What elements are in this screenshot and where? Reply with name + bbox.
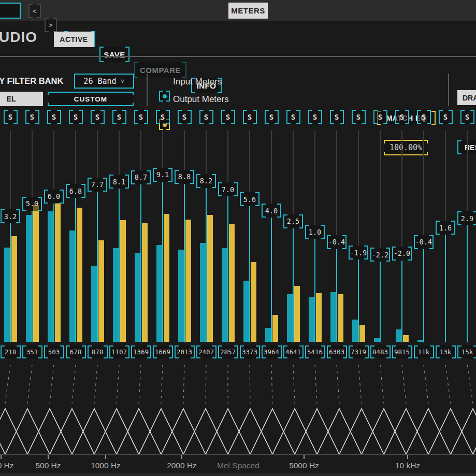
input-meter-bar xyxy=(265,328,271,342)
mel-mode-button[interactable]: EL xyxy=(0,92,43,106)
mel-filter-triangle xyxy=(295,409,339,454)
band-frequency-label[interactable]: 11k xyxy=(414,345,434,358)
preset-display[interactable] xyxy=(0,3,21,19)
band-connector-line xyxy=(5,365,10,403)
compare-button[interactable]: COMPARE xyxy=(134,62,186,78)
gain-handle[interactable]: 1.0 xyxy=(305,225,325,239)
band-frequency-label[interactable]: 503 xyxy=(44,345,64,358)
solo-button[interactable]: S xyxy=(308,110,322,124)
band-connector-line xyxy=(293,365,295,403)
band-frequency-label[interactable]: 2857 xyxy=(218,345,238,358)
solo-button[interactable]: S xyxy=(199,110,213,124)
brand-logo: UDIO xyxy=(0,29,37,46)
band-frequency-label[interactable]: 1107 xyxy=(109,345,129,358)
slider-line xyxy=(184,184,185,342)
gain-handle[interactable]: -2.0 xyxy=(392,247,412,261)
solo-button[interactable]: S xyxy=(373,110,387,124)
solo-button[interactable]: S xyxy=(91,110,105,124)
band-frequency-label[interactable]: 8483 xyxy=(370,345,391,358)
solo-button[interactable]: S xyxy=(352,110,366,124)
match-amount-field[interactable]: 100.00% xyxy=(384,140,428,155)
solo-button[interactable]: S xyxy=(134,110,148,124)
solo-button[interactable]: S xyxy=(330,110,344,124)
solo-button[interactable]: S xyxy=(112,110,126,124)
gain-handle[interactable]: 8.8 xyxy=(175,170,194,184)
band-frequency-label[interactable]: 678 xyxy=(66,345,86,358)
gain-handle[interactable]: 3.2 xyxy=(1,209,20,223)
solo-button[interactable]: S xyxy=(178,110,192,124)
solo-button[interactable]: S xyxy=(395,110,409,124)
solo-button[interactable]: S xyxy=(69,110,83,124)
band-frequency-label[interactable]: 15k xyxy=(457,345,476,358)
gain-handle[interactable]: 6.0 xyxy=(44,190,64,204)
slider-track xyxy=(162,131,163,168)
gain-handle[interactable]: 2.5 xyxy=(283,214,303,228)
slider-line xyxy=(119,189,120,342)
prev-preset-button[interactable]: < xyxy=(28,4,41,18)
band-frequency-label[interactable]: 2013 xyxy=(175,345,195,358)
input-meter-bar xyxy=(69,230,75,342)
solo-button[interactable]: S xyxy=(286,110,300,124)
band-count-select[interactable]: 26 Band ∨ xyxy=(74,74,134,89)
slider-track xyxy=(184,131,185,170)
output-meter-bar xyxy=(403,335,409,342)
gain-handle[interactable]: 8.7 xyxy=(131,170,151,184)
output-meter-bar xyxy=(272,315,278,342)
gain-handle[interactable]: 5.6 xyxy=(240,192,259,206)
band-frequency-label[interactable]: 878 xyxy=(88,345,108,358)
gain-handle[interactable]: 1.6 xyxy=(436,221,455,235)
gain-handle[interactable]: 7.7 xyxy=(88,178,107,192)
gain-handle[interactable]: 8.2 xyxy=(196,174,216,188)
solo-button[interactable]: S xyxy=(439,110,453,124)
slider-line xyxy=(271,218,272,342)
controls-divider-left xyxy=(147,74,148,106)
custom-mode-button[interactable]: CUSTOM xyxy=(48,92,134,106)
solo-button[interactable]: S xyxy=(4,110,18,124)
gain-handle[interactable]: -1.9 xyxy=(349,246,368,259)
gain-handle[interactable]: 6.8 xyxy=(66,184,85,198)
band-frequency-label[interactable]: 7319 xyxy=(349,345,369,358)
band-frequency-label[interactable]: 3373 xyxy=(240,345,260,358)
solo-button[interactable]: S xyxy=(221,110,235,124)
gain-handle[interactable]: -0.4 xyxy=(327,235,347,249)
band-frequency-label[interactable]: 6303 xyxy=(327,345,347,358)
band-frequency-label[interactable]: 1369 xyxy=(131,345,151,358)
filter-bank-title: RY FILTER BANK xyxy=(0,76,63,86)
gain-handle[interactable]: 8.1 xyxy=(109,175,129,189)
solo-button[interactable]: S xyxy=(460,110,474,124)
band-frequency-label[interactable]: 351 xyxy=(22,345,42,358)
gain-handle[interactable]: 9.1 xyxy=(153,168,172,182)
band-frequency-label[interactable]: 5416 xyxy=(305,345,325,358)
solo-button[interactable]: S xyxy=(25,110,39,124)
gain-handle[interactable]: -2.2 xyxy=(370,248,390,262)
band-frequency-label[interactable]: 13k xyxy=(436,345,456,358)
solo-button[interactable]: S xyxy=(243,110,257,124)
solo-button[interactable]: S xyxy=(265,110,279,124)
gain-handle[interactable]: 7.0 xyxy=(218,182,238,196)
solo-button[interactable]: S xyxy=(47,110,61,124)
gain-handle[interactable]: -0.4 xyxy=(414,235,434,249)
input-meter-bar xyxy=(91,266,97,342)
controls-divider-right xyxy=(448,74,449,106)
solo-button[interactable]: S xyxy=(417,110,431,124)
mel-filter-triangle xyxy=(317,409,362,454)
mel-filter-triangle xyxy=(117,409,161,454)
band-frequency-label[interactable]: 9815 xyxy=(392,345,412,358)
mel-filter-triangle xyxy=(139,409,183,454)
band-frequency-label[interactable]: 3964 xyxy=(262,345,282,358)
band-frequency-label[interactable]: 4641 xyxy=(283,345,304,358)
save-button[interactable]: SAVE xyxy=(99,47,129,62)
band-frequency-label[interactable]: 218 xyxy=(1,345,21,358)
active-toggle-button[interactable]: ACTIVE xyxy=(54,32,94,47)
input-meters-checkbox[interactable] xyxy=(159,91,170,102)
band-frequency-label[interactable]: 1669 xyxy=(153,345,173,358)
gain-handle[interactable]: 2.9 xyxy=(457,211,476,225)
draw-button[interactable]: DRAW xyxy=(457,90,476,105)
solo-button[interactable]: S xyxy=(156,110,170,124)
band-frequency-label[interactable]: 2407 xyxy=(196,345,217,358)
gain-handle[interactable]: 4.0 xyxy=(262,204,281,218)
plugin-window: < > LOAD SAVE COMPARE INFO METERS UDIO A… xyxy=(0,0,476,476)
next-preset-button[interactable]: > xyxy=(45,18,57,32)
gain-handle[interactable]: 5.0 xyxy=(22,197,42,211)
meters-button[interactable]: METERS xyxy=(228,3,268,19)
